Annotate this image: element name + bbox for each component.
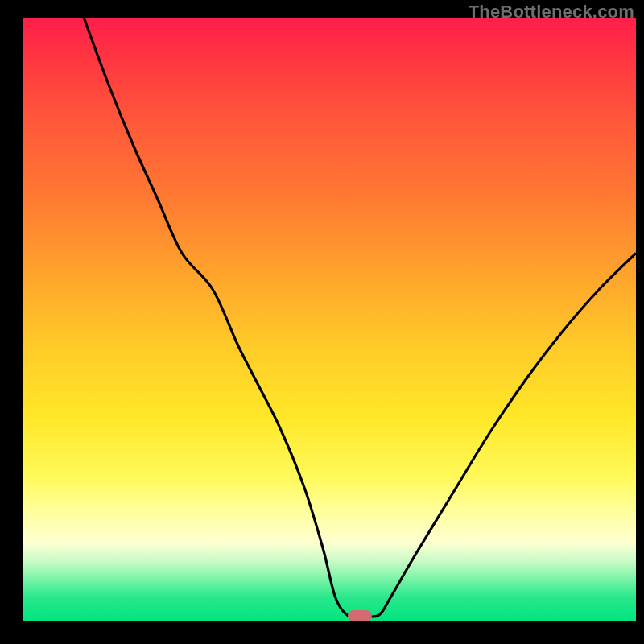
min-marker-icon [348, 610, 372, 621]
bottleneck-curve [23, 18, 636, 621]
plot-area [23, 18, 636, 621]
curve-path [84, 18, 636, 617]
chart-frame: TheBottleneck.com [0, 0, 644, 644]
